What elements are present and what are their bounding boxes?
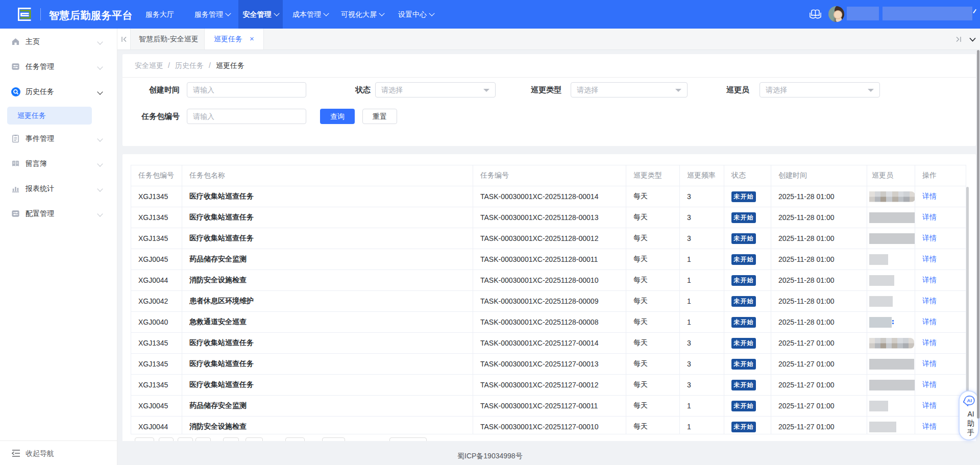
svg-text:AI: AI: [967, 398, 972, 403]
